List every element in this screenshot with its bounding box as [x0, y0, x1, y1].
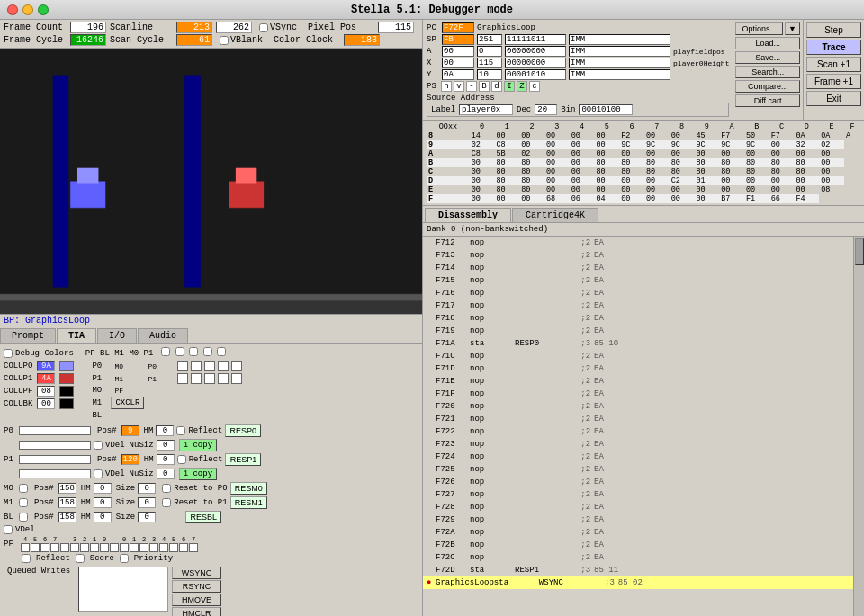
dis-row[interactable]: F722nop;2EA [423, 425, 853, 438]
mem-cell[interactable]: 80 [770, 158, 795, 167]
pfbit-3[interactable] [50, 543, 59, 552]
mem-cell[interactable]: 00 [795, 185, 820, 194]
mem-cell[interactable]: 00 [770, 149, 795, 158]
reflect-p0-cb[interactable] [176, 426, 185, 435]
mem-cell[interactable]: 00 [519, 194, 544, 203]
dis-row[interactable]: F72DstaRESP1;385 11 [423, 564, 853, 576]
mem-cell[interactable]: 06 [570, 194, 595, 203]
mem-cell[interactable]: 0A [819, 131, 844, 140]
x-value[interactable] [442, 58, 474, 68]
minimize-button[interactable] [22, 4, 33, 15]
mem-cell[interactable]: 80 [595, 158, 620, 167]
mem-cell[interactable]: 00 [570, 167, 595, 176]
p1-cb[interactable] [217, 347, 226, 356]
hmclr-button[interactable]: HMCLR [172, 607, 221, 616]
mem-cell[interactable]: 00 [595, 176, 620, 185]
mem-cell[interactable]: 80 [619, 167, 644, 176]
mem-cell[interactable]: 14 [470, 131, 495, 140]
mem-cell[interactable]: 04 [595, 194, 620, 203]
dis-row[interactable]: F720nop;2EA [423, 400, 853, 413]
mem-cell[interactable]: 00 [619, 185, 644, 194]
sp-imm[interactable] [569, 34, 670, 45]
mem-cell[interactable]: 00 [644, 185, 670, 194]
pfbit-0[interactable] [21, 543, 30, 552]
pfbit-17[interactable] [189, 543, 198, 552]
mem-cell[interactable]: 01 [695, 176, 720, 185]
flag-b[interactable]: B [479, 81, 490, 92]
mem-cell[interactable]: 00 [619, 176, 644, 185]
frame-plus1-button[interactable]: Frame +1 [806, 74, 861, 89]
fullscreen-button[interactable] [38, 4, 49, 15]
mem-cell[interactable]: 00 [619, 194, 644, 203]
mem-cell[interactable]: 80 [719, 167, 744, 176]
sp-value[interactable] [442, 34, 474, 45]
dis-row[interactable]: F713nop;2EA [423, 249, 853, 262]
mem-cell[interactable]: 00 [595, 140, 620, 149]
mem-cell[interactable]: C8 [470, 149, 495, 158]
mem-cell[interactable]: 00 [644, 131, 670, 140]
pfbit-2[interactable] [40, 543, 50, 552]
dis-row[interactable]: F721nop;2EA [423, 413, 853, 425]
pfbit-10[interactable] [120, 543, 129, 552]
sp-num[interactable] [477, 34, 502, 45]
x-num[interactable] [477, 58, 502, 68]
mem-cell[interactable]: B7 [719, 194, 744, 203]
mem-cell[interactable]: 9C [719, 140, 744, 149]
mem-cell[interactable]: 00 [519, 131, 544, 140]
mem-cell[interactable]: 00 [470, 167, 495, 176]
tab-prompt[interactable]: Prompt [0, 328, 56, 343]
mem-cell[interactable]: F1 [744, 194, 770, 203]
m1-cb[interactable] [189, 347, 198, 356]
flag-v[interactable]: v [454, 81, 464, 92]
dis-row[interactable]: F729nop;2EA [423, 513, 853, 526]
pf-cb2[interactable] [176, 347, 184, 356]
flag-z[interactable]: Z [517, 81, 527, 92]
mem-cell[interactable]: 80 [519, 185, 544, 194]
mem-cell[interactable]: C2 [670, 176, 695, 185]
y-binary[interactable] [505, 69, 566, 80]
mem-cell[interactable]: 80 [519, 176, 544, 185]
load-button[interactable]: Load... [735, 37, 799, 49]
mem-cell[interactable]: 9C [670, 140, 695, 149]
mem-cell[interactable]: 80 [619, 158, 644, 167]
y-imm[interactable] [569, 69, 670, 80]
mem-cell[interactable]: 80 [795, 158, 820, 167]
mem-cell[interactable]: 00 [470, 194, 495, 203]
mem-cell[interactable]: 0A [795, 131, 820, 140]
mem-cell[interactable]: 00 [719, 185, 744, 194]
pf-cb1[interactable] [161, 347, 170, 356]
mem-cell[interactable]: F7 [719, 131, 744, 140]
resm0-button[interactable]: RESM0 [230, 482, 267, 495]
mem-cell[interactable]: 00 [795, 176, 820, 185]
dis-row[interactable]: F725nop;2EA [423, 463, 853, 476]
mem-cell[interactable]: 00 [495, 131, 520, 140]
mem-cell[interactable]: 00 [544, 158, 570, 167]
dis-row[interactable]: F718nop;2EA [423, 312, 853, 325]
mem-cell[interactable]: 00 [744, 176, 770, 185]
mem-cell[interactable]: 00 [544, 176, 570, 185]
mem-cell[interactable]: 00 [570, 140, 595, 149]
mem-cell[interactable]: 00 [570, 131, 595, 140]
mem-cell[interactable]: 00 [770, 176, 795, 185]
mem-cell[interactable]: 00 [695, 149, 720, 158]
mem-cell[interactable]: 00 [770, 140, 795, 149]
mem-cell[interactable]: 02 [519, 149, 544, 158]
mem-cell[interactable]: 80 [719, 158, 744, 167]
mem-cell[interactable]: 00 [644, 176, 670, 185]
mem-cell[interactable]: 00 [819, 167, 844, 176]
mem-cell[interactable]: 00 [770, 185, 795, 194]
a-imm[interactable] [569, 46, 670, 57]
save-button[interactable]: Save... [735, 51, 799, 64]
dis-row[interactable]: ●GraphicsLoopstaWSYNC;385 02 [423, 576, 853, 589]
mem-cell[interactable]: 9C [695, 140, 720, 149]
tab-io[interactable]: I/O [97, 328, 137, 343]
mem-cell[interactable]: 00 [819, 149, 844, 158]
mem-cell[interactable]: 80 [670, 167, 695, 176]
vblank-checkbox[interactable] [220, 36, 229, 45]
bl-cb2[interactable] [19, 513, 28, 522]
diff-cart-button[interactable]: Diff cart [735, 94, 799, 107]
debug-colors-checkbox[interactable] [4, 349, 13, 358]
mem-cell[interactable]: 00 [470, 176, 495, 185]
mem-cell[interactable]: 80 [795, 167, 820, 176]
a-binary[interactable] [505, 46, 566, 57]
